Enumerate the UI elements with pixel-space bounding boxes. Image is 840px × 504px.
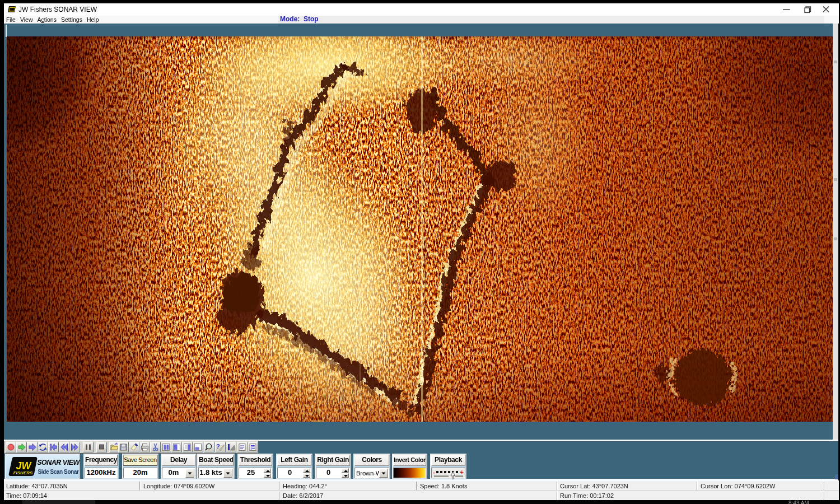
svg-text:JW: JW [16, 460, 32, 472]
svg-text:?: ? [216, 443, 220, 450]
svg-text:FISHERS: FISHERS [13, 470, 33, 475]
